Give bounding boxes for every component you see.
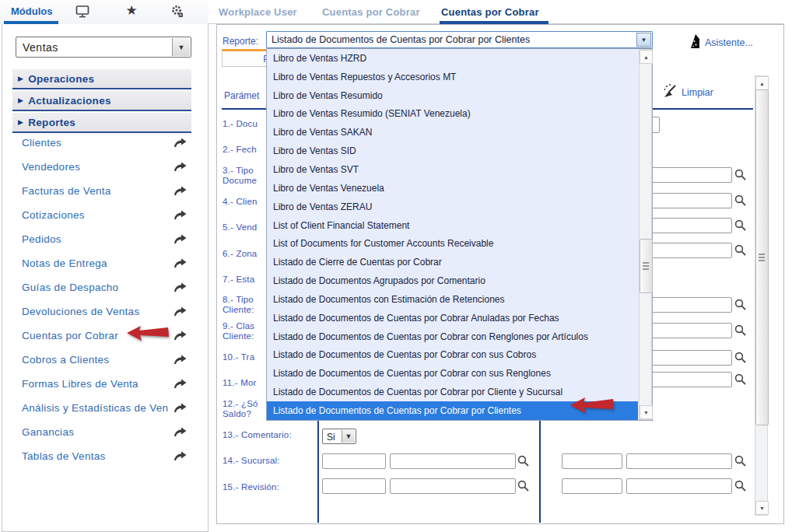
module-select-arrow-icon[interactable]: ▼ bbox=[172, 38, 190, 56]
report-select-value: Listado de Documentos de Cuentas por Cob… bbox=[272, 34, 530, 45]
sidebar-item-pedidos[interactable]: Pedidos bbox=[12, 227, 191, 251]
shortcut-arrow-icon bbox=[173, 137, 188, 149]
sidebar-section-actualizaciones[interactable]: ▶Actualizaciones bbox=[12, 91, 191, 111]
module-select[interactable]: Ventas ▼ bbox=[16, 37, 191, 58]
shortcut-arrow-icon bbox=[173, 426, 188, 438]
shortcut-arrow-icon bbox=[173, 185, 188, 197]
item-label: Formas Libres de Venta bbox=[12, 378, 173, 390]
scroll-down-icon[interactable]: ▼ bbox=[755, 501, 769, 515]
chevron-right-icon: ▶ bbox=[18, 118, 23, 126]
sidebar-item-facturas-de-venta[interactable]: Facturas de Venta bbox=[12, 179, 191, 203]
report-options-list: Libro de Ventas HZRD Libro de Ventas Rep… bbox=[266, 48, 653, 421]
shortcut-arrow-icon bbox=[173, 233, 188, 245]
report-option[interactable]: Libro de Ventas Resumido (SENIAT Venezue… bbox=[267, 105, 639, 124]
sucursal-name-input[interactable] bbox=[390, 453, 516, 469]
param-right-code-input[interactable] bbox=[562, 478, 622, 494]
sidebar-item-guias-de-despacho[interactable]: Guías de Despacho bbox=[12, 275, 191, 299]
search-icon[interactable] bbox=[517, 480, 530, 492]
dropdown-scrollbar-thumb[interactable] bbox=[640, 239, 653, 293]
report-option[interactable]: Listado de Cierre de Cuentas por Cobrar bbox=[267, 253, 639, 271]
report-option[interactable]: List of Documents for Customer Accounts … bbox=[267, 234, 639, 253]
assistant-link[interactable]: Asistente... bbox=[705, 37, 753, 48]
panel-scrollbar[interactable]: ▲ ▼ bbox=[755, 75, 768, 516]
report-option[interactable]: Listado de Documentos de Cuentas por Cob… bbox=[267, 346, 639, 365]
sucursal-code-input[interactable] bbox=[322, 453, 386, 469]
monitor-icon[interactable] bbox=[75, 4, 92, 21]
tab-cuentas-por-cobrar-1[interactable]: Cuentas por Cobrar bbox=[322, 6, 420, 18]
report-option[interactable]: Libro de Ventas SAKAN bbox=[267, 123, 639, 142]
revision-name-input[interactable] bbox=[390, 478, 516, 494]
tab-modulos[interactable]: Módulos bbox=[11, 5, 52, 17]
sidebar-item-notas-de-entrega[interactable]: Notas de Entrega bbox=[12, 251, 191, 275]
report-option[interactable]: Libro de Ventas Resumido bbox=[267, 86, 639, 105]
broom-icon bbox=[662, 83, 679, 99]
search-icon[interactable] bbox=[734, 455, 747, 467]
item-label: Facturas de Venta bbox=[12, 185, 173, 197]
section-label: Reportes bbox=[28, 117, 75, 128]
sidebar-section-operaciones[interactable]: ▶Operaciones bbox=[12, 69, 191, 89]
report-option[interactable]: Listado de Documentos de Cuentas por Cob… bbox=[267, 309, 639, 327]
param-right-name-input[interactable] bbox=[626, 453, 732, 469]
chevron-right-icon: ▶ bbox=[18, 75, 23, 82]
param-right-code-input[interactable] bbox=[562, 453, 622, 469]
scroll-down-icon[interactable]: ▼ bbox=[640, 405, 653, 419]
item-label: Clientes bbox=[12, 137, 173, 149]
item-label: Vendedores bbox=[12, 161, 173, 173]
favorites-star-icon[interactable]: ★ bbox=[123, 2, 140, 19]
revision-code-input[interactable] bbox=[322, 478, 386, 494]
scroll-up-icon[interactable]: ▲ bbox=[755, 76, 769, 90]
annotation-arrow-dropdown bbox=[569, 397, 615, 414]
clear-link[interactable]: Limpiar bbox=[682, 87, 713, 98]
report-select-arrow-icon[interactable]: ▼ bbox=[636, 33, 651, 47]
sidebar-item-formas-libres-de-venta[interactable]: Formas Libres de Venta bbox=[12, 372, 191, 396]
shortcut-arrow-icon bbox=[173, 209, 188, 221]
search-icon[interactable] bbox=[517, 455, 530, 467]
dropdown-scrollbar[interactable]: ▲ ▼ bbox=[639, 49, 652, 420]
search-icon[interactable] bbox=[734, 373, 747, 386]
search-icon[interactable] bbox=[734, 169, 747, 181]
search-icon[interactable] bbox=[734, 194, 747, 207]
report-option[interactable]: Libro de Ventas SID bbox=[267, 142, 639, 160]
scroll-up-icon[interactable]: ▲ bbox=[640, 50, 653, 64]
sidebar-item-clientes[interactable]: Clientes bbox=[12, 131, 191, 155]
settings-gears-icon[interactable] bbox=[170, 4, 187, 21]
param-right-name-input[interactable] bbox=[626, 478, 732, 494]
shortcut-arrow-icon bbox=[173, 402, 188, 414]
report-option[interactable]: Listado de Documentos Agrupados por Come… bbox=[267, 271, 639, 290]
comment-select-arrow-icon[interactable]: ▼ bbox=[342, 430, 355, 443]
report-option[interactable]: Libro de Ventas SVT bbox=[267, 160, 639, 179]
parameters-heading: Parámet bbox=[224, 90, 259, 101]
report-option[interactable]: Libro de Ventas ZERAU bbox=[267, 198, 639, 216]
search-icon[interactable] bbox=[734, 219, 747, 232]
sidebar-item-devoluciones-de-ventas[interactable]: Devoluciones de Ventas bbox=[12, 299, 191, 324]
sidebar-item-vendedores[interactable]: Vendedores bbox=[12, 155, 191, 179]
comment-select[interactable]: Si ▼ bbox=[322, 429, 356, 444]
sidebar-item-ganancias[interactable]: Ganancias bbox=[12, 420, 191, 444]
report-option[interactable]: Listado de Documentos de Cuentas por Cob… bbox=[267, 364, 639, 383]
shortcut-arrow-icon bbox=[173, 354, 188, 366]
report-option[interactable]: Libro de Ventas Repuestos y Accesorios M… bbox=[267, 68, 639, 86]
section-label: Actualizaciones bbox=[28, 95, 111, 107]
tab-workplace-user[interactable]: Workplace User bbox=[219, 6, 297, 18]
report-select[interactable]: Listado de Documentos de Cuentas por Cob… bbox=[266, 31, 653, 48]
search-icon[interactable] bbox=[734, 244, 747, 257]
panel-scrollbar-thumb[interactable] bbox=[755, 89, 769, 425]
shortcut-arrow-icon bbox=[173, 378, 188, 390]
sidebar-item-analisis-y-estadisticas[interactable]: Análisis y Estadísticas de Ven bbox=[12, 396, 191, 420]
report-option[interactable]: Libro de Ventas Venezuela bbox=[267, 179, 639, 198]
report-label: Reporte: bbox=[223, 36, 258, 47]
search-icon[interactable] bbox=[734, 299, 747, 311]
search-icon[interactable] bbox=[734, 480, 747, 492]
sidebar-item-cobros-a-clientes[interactable]: Cobros a Clientes bbox=[12, 348, 191, 372]
comment-select-value: Si bbox=[327, 432, 335, 443]
shortcut-arrow-icon bbox=[173, 306, 188, 317]
search-icon[interactable] bbox=[734, 352, 747, 364]
sidebar-item-cotizaciones[interactable]: Cotizaciones bbox=[12, 203, 191, 227]
report-option[interactable]: Listado de Documentos con Estimación de … bbox=[267, 290, 639, 309]
tab-cuentas-por-cobrar-2[interactable]: Cuentas por Cobrar bbox=[441, 6, 539, 18]
report-option[interactable]: Listado de Documentos de Cuentas por Cob… bbox=[267, 327, 639, 346]
search-icon[interactable] bbox=[734, 324, 747, 337]
report-option[interactable]: List of Client Financial Statement bbox=[267, 216, 639, 235]
report-option[interactable]: Libro de Ventas HZRD bbox=[267, 49, 639, 68]
sidebar-item-tablas-de-ventas[interactable]: Tablas de Ventas bbox=[12, 444, 191, 468]
